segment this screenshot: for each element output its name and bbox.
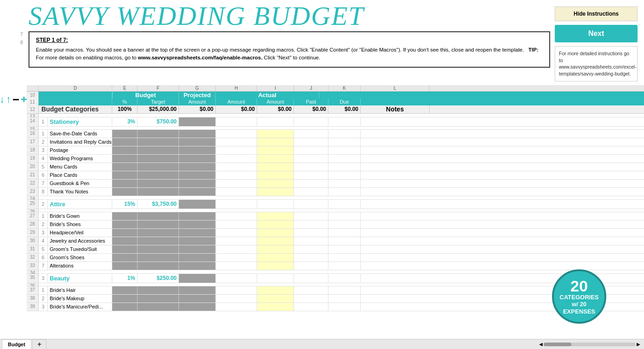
item-stationery-4: 19 4 Wedding Programs xyxy=(27,155,644,163)
cat1-due-empty xyxy=(328,117,361,126)
item-stationery-7: 22 7 Guestbook & Pen xyxy=(27,180,644,188)
item-a6-name: Groom's Shoes xyxy=(48,254,112,262)
cat1-amount-gray xyxy=(179,117,216,126)
row-13: 13 xyxy=(27,114,644,117)
row-26: 26 xyxy=(27,209,644,212)
instructions-body: Enable your macros. You should see a ban… xyxy=(36,47,524,52)
item-stationery-1: 16 1 Save-the-Date Cards xyxy=(27,130,644,138)
item-attire-6: 32 6 Groom's Shoes xyxy=(27,254,644,262)
rn-13: 13 xyxy=(27,114,39,117)
category-beauty: 35 3 Beauty 1% $250.00 36 xyxy=(27,274,644,311)
header-budget: Budget xyxy=(112,92,179,99)
rn-24: 24 xyxy=(27,196,39,199)
item-stationery-5: 20 5 Menu Cards xyxy=(27,163,644,171)
rn-39: 39 xyxy=(27,303,39,311)
scroll-right-icon[interactable]: ▶ xyxy=(637,342,640,347)
item-s3-name: Postage xyxy=(48,146,112,154)
cat1-proj-empty xyxy=(216,117,257,126)
tabs-bar: Budget + ◀ ▶ xyxy=(0,339,644,349)
spreadsheet-container: 7 8 SAVVY WEDDING BUDGET STEP 1 of 7: En… xyxy=(0,0,644,349)
col-letter-f: F xyxy=(138,85,179,91)
header-row-1: 10 Budget Projected Actual xyxy=(27,92,644,99)
rn-22: 22 xyxy=(27,180,39,187)
cat2-name: Attire xyxy=(48,200,112,209)
header-notes-spacer xyxy=(319,92,388,99)
item-beauty-3: 39 3 Bride's Manicure/Pedi... xyxy=(27,303,644,311)
subheader-actual-amount: Amount xyxy=(257,99,294,105)
scroll-left-icon[interactable]: ◀ xyxy=(539,342,543,347)
rn-33: 33 xyxy=(27,262,39,270)
arrow-up-icon[interactable]: ↑ xyxy=(6,93,11,105)
cat1-id: 1 xyxy=(39,117,48,126)
rn-21: 21 xyxy=(27,171,39,179)
total-paid: $0.00 xyxy=(294,105,328,113)
hide-instructions-button[interactable]: Hide Instructions xyxy=(555,6,638,21)
cat3-id: 3 xyxy=(39,274,48,283)
tip-label: TIP: xyxy=(529,47,539,52)
subheader-projected-amount: Amount xyxy=(216,99,257,105)
next-button[interactable]: Next xyxy=(555,25,638,42)
item-b3-name: Bride's Manicure/Pedi... xyxy=(48,303,112,311)
header-categories-spacer xyxy=(39,92,112,99)
rn-32: 32 xyxy=(27,254,39,262)
rn-30: 30 xyxy=(27,237,39,245)
item-b1-name: Bride's Hair xyxy=(48,286,112,294)
header-projected: Projected xyxy=(179,92,216,99)
plus-icon[interactable]: + xyxy=(21,94,27,105)
badge-w20-label: w/ 20 xyxy=(572,301,586,308)
tip-body: For more details on enabling macros, go … xyxy=(36,55,138,60)
rn-20: 20 xyxy=(27,163,39,171)
rn-37: 37 xyxy=(27,286,39,294)
item-s6-name: Place Cards xyxy=(48,171,112,179)
item-attire-1: 27 1 Bride's Gown xyxy=(27,212,644,221)
tip-url: www.savvyspreadsheets.com/faq/enable-mac… xyxy=(138,55,263,60)
item-stationery-3: 18 3 Postage xyxy=(27,146,644,155)
item-s7-name: Guestbook & Pen xyxy=(48,180,112,187)
badge-categories-label: CATEGORIES xyxy=(560,294,599,301)
subheader-due: Due xyxy=(328,99,361,105)
cat1-paid-empty xyxy=(294,117,328,126)
step-label: STEP 1 of 7: xyxy=(36,37,543,43)
scroll-controls: ◀ ▶ xyxy=(539,342,640,347)
rn-11: 11 xyxy=(27,99,39,105)
tab-budget[interactable]: Budget xyxy=(2,339,31,349)
item-attire-4: 30 4 Jewelry and Accessories xyxy=(27,237,644,245)
header-actual: Actual xyxy=(216,92,319,99)
cat1-name: Stationery xyxy=(48,117,112,126)
cat2-amount-gray xyxy=(179,200,216,209)
add-sheet-button[interactable]: + xyxy=(32,339,46,349)
cat1-actual-empty xyxy=(257,117,294,126)
rn-14: 14 xyxy=(27,117,39,126)
totals-notes-label: Notes xyxy=(361,105,430,113)
right-panel: Hide Instructions Next For more detailed… xyxy=(550,3,642,85)
cat2-pct: 15% xyxy=(112,200,138,209)
rn-29: 29 xyxy=(27,229,39,237)
horizontal-scrollbar[interactable] xyxy=(544,343,636,346)
col-letter-h: H xyxy=(216,85,257,91)
totals-categories-label: Budget Categories xyxy=(39,105,112,113)
rn-34: 34 xyxy=(27,270,39,273)
cat2-target: $3,750.00 xyxy=(138,200,179,209)
left-content-area: 7 8 SAVVY WEDDING BUDGET STEP 1 of 7: En… xyxy=(2,3,550,68)
col-letter-e: E xyxy=(112,85,138,91)
badge-expenses-label: EXPENSES xyxy=(563,308,595,315)
item-beauty-2: 38 2 Bride's Makeup xyxy=(27,295,644,303)
rn-17: 17 xyxy=(27,138,39,146)
minus-icon[interactable]: − xyxy=(12,93,19,105)
arrow-down-icon[interactable]: ↓ xyxy=(0,93,5,105)
col-letter-k: K xyxy=(328,85,361,91)
category-stationery: 14 1 Stationery 3% $750.00 15 xyxy=(27,117,644,196)
rn-27: 27 xyxy=(27,212,39,220)
badge-number: 20 xyxy=(570,278,588,294)
app-title: SAVVY WEDDING BUDGET xyxy=(29,3,550,29)
tip-suffix: Click "Next" to continue. xyxy=(264,55,321,60)
more-info-box: For more detailed instructions go to www… xyxy=(555,46,638,81)
nav-arrows-column: ↓ ↑ − + xyxy=(0,85,27,339)
cat1-notes-empty xyxy=(361,117,430,126)
column-letters-row: D E F G H I J K L xyxy=(27,85,644,92)
rn-18: 18 xyxy=(27,146,39,154)
cat1-pct: 3% xyxy=(112,117,138,126)
cat-row-beauty: 35 3 Beauty 1% $250.00 xyxy=(27,274,644,283)
budget-grid: D E F G H I J K L 10 Budget Projected Ac… xyxy=(27,85,644,339)
total-due: $0.00 xyxy=(328,105,361,113)
